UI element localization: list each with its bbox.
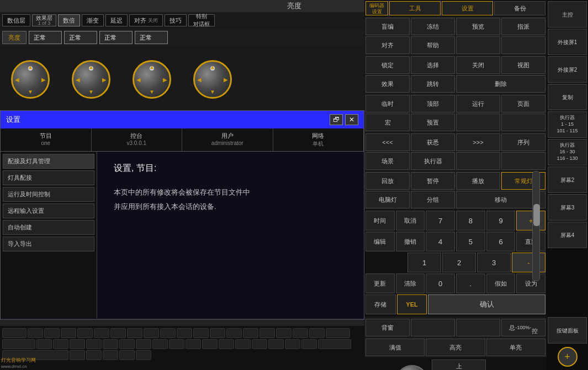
align-btn2[interactable]: 对齐 [365, 36, 410, 54]
total-ctrl[interactable]: 总-100%-控 [501, 319, 545, 336]
n5-btn[interactable]: 5 [456, 232, 485, 251]
goto-btn[interactable]: 直到 [516, 232, 545, 251]
temp-btn[interactable]: 临时 [365, 95, 410, 112]
view-btn[interactable]: 视图 [501, 56, 545, 74]
macro-btn[interactable]: 宏 [365, 114, 410, 131]
kb-key[interactable] [44, 328, 60, 338]
kb-key[interactable] [28, 328, 43, 338]
blend-btn[interactable]: 渐变 [82, 14, 104, 26]
n7-btn[interactable]: 7 [426, 211, 455, 230]
kb-key[interactable] [53, 339, 68, 349]
kb-key[interactable] [326, 328, 350, 338]
sidebar-item-autocreate[interactable]: 自动创建 [3, 220, 94, 235]
sidebar-item-runtime[interactable]: 运行及时间控制 [3, 187, 94, 202]
lock-btn[interactable]: 锁定 [365, 56, 410, 74]
kb-key[interactable] [77, 328, 93, 338]
dialog-tab-console[interactable]: 控台 v3.0.0.1 [92, 128, 183, 151]
kb-key[interactable] [144, 328, 159, 338]
kb-key[interactable] [252, 339, 267, 349]
ifonly-btn[interactable]: 假如 [486, 274, 516, 293]
screen3-btn[interactable]: 屏幕3 [548, 194, 587, 221]
dialog-tab-show[interactable]: 节目 one [1, 128, 92, 151]
full-btn[interactable]: 满值 [365, 339, 425, 356]
clear-btn[interactable]: 清除 [396, 274, 425, 293]
n9-btn[interactable]: 9 [486, 211, 516, 230]
backwindow-btn[interactable]: 背窗 [365, 319, 410, 336]
solo-btn[interactable]: 单亮 [486, 339, 545, 356]
n6-btn[interactable]: 6 [486, 232, 516, 251]
update-btn[interactable]: 更新 [365, 274, 395, 293]
knob-dial-1[interactable]: ◀ ▶ ▲ ▼ [11, 60, 50, 99]
kb-key[interactable] [169, 339, 184, 349]
knob-dial-2[interactable]: ◀ ▶ ▲ ▼ [72, 60, 110, 99]
pause-btn[interactable]: 暂停 [411, 172, 455, 190]
knob-dial-3[interactable]: ◀ ▶ ▲ ▼ [133, 60, 171, 99]
normal-select-4[interactable]: 正常 [135, 31, 168, 44]
kb-key[interactable] [136, 339, 151, 349]
tips-btn[interactable]: 技巧 [165, 14, 187, 26]
kb-key[interactable] [86, 350, 102, 360]
undo-btn[interactable]: 撤销 [396, 232, 425, 251]
screen2-btn[interactable]: 屏幕2 [548, 167, 587, 193]
normal-select-3[interactable]: 正常 [99, 31, 133, 44]
minus-btn[interactable]: - [512, 253, 545, 272]
kb-key[interactable] [160, 328, 176, 338]
n2-btn[interactable]: 2 [442, 253, 476, 272]
kb-key[interactable] [61, 328, 76, 338]
learn-btn[interactable]: 获悉 [411, 133, 455, 151]
set-btn[interactable]: 设为 [516, 274, 545, 293]
kb-key[interactable] [301, 339, 317, 349]
kb-key[interactable] [318, 339, 351, 349]
rs-circle-btn[interactable]: + [548, 345, 587, 369]
align-btn[interactable]: 对齐 关闭 [129, 14, 163, 26]
kb-key[interactable] [136, 350, 151, 360]
dialog-tab-network[interactable]: 网络 单机 [273, 128, 364, 151]
scene-btn[interactable]: 场景 [365, 152, 410, 170]
cancel-btn[interactable]: 取消 [396, 211, 425, 230]
encoder-settings-btn[interactable]: 编码器 设置 [365, 1, 388, 15]
kb-key[interactable] [110, 328, 126, 338]
kb-key[interactable] [2, 328, 27, 338]
ext2-btn[interactable]: 外接屏2 [548, 56, 587, 83]
time-btn[interactable]: 时间 [365, 211, 395, 230]
kb-key[interactable] [152, 339, 168, 349]
kb-key[interactable] [177, 328, 192, 338]
kb-key[interactable] [119, 339, 135, 349]
double-btn[interactable]: 数倍 [58, 14, 80, 26]
kb-key[interactable] [36, 339, 52, 349]
kb-key[interactable] [94, 328, 109, 338]
kb-key[interactable] [127, 328, 142, 338]
exec2-btn[interactable]: 执行器16 - 30116 - 130 [548, 139, 587, 165]
plus-btn[interactable]: + [516, 211, 545, 230]
kb-key[interactable] [193, 328, 209, 338]
screen4-btn[interactable]: 屏幕4 [548, 222, 587, 248]
kb-key[interactable] [70, 339, 85, 349]
effect-layer-btn[interactable]: 效果层 1 of 3 [32, 14, 56, 26]
kb-key[interactable] [103, 339, 118, 349]
kb-key[interactable] [119, 350, 135, 360]
yel-btn[interactable]: YEL [397, 294, 427, 314]
keypad-btn[interactable]: 按键面板 [548, 317, 587, 344]
help-btn[interactable]: 帮助 [411, 36, 455, 54]
kb-key[interactable] [293, 328, 308, 338]
knob-dial-4[interactable]: ◀ ▶ ▲ ▼ [193, 60, 232, 99]
n3-btn[interactable]: 3 [477, 253, 511, 272]
select-btn[interactable]: 选择 [411, 56, 455, 74]
freeze-btn[interactable]: 冻结 [411, 18, 455, 35]
data-layer-btn[interactable]: 数信层 [2, 14, 30, 26]
kb-key[interactable] [219, 339, 234, 349]
special-btn[interactable]: 特别 对话框 [188, 14, 215, 26]
confirm-btn[interactable]: 确认 [428, 294, 545, 314]
preset-btn[interactable]: 预置 [411, 114, 455, 131]
run-btn[interactable]: 运行 [456, 95, 500, 112]
ext1-btn[interactable]: 外接屏1 [548, 29, 587, 55]
n0-btn[interactable]: 0 [426, 274, 455, 293]
close-btn[interactable]: 关闭 [456, 56, 500, 74]
n4-btn[interactable]: 4 [426, 232, 455, 251]
page-btn[interactable]: 页面 [501, 95, 545, 112]
playback-btn[interactable]: 回放 [365, 172, 410, 190]
delay-btn[interactable]: 延迟 [105, 14, 128, 26]
copy-btn[interactable]: 复制 [548, 84, 587, 110]
dialog-min-btn[interactable]: 🗗 [330, 114, 343, 125]
mover-btn[interactable]: 电脑灯 [365, 191, 410, 208]
